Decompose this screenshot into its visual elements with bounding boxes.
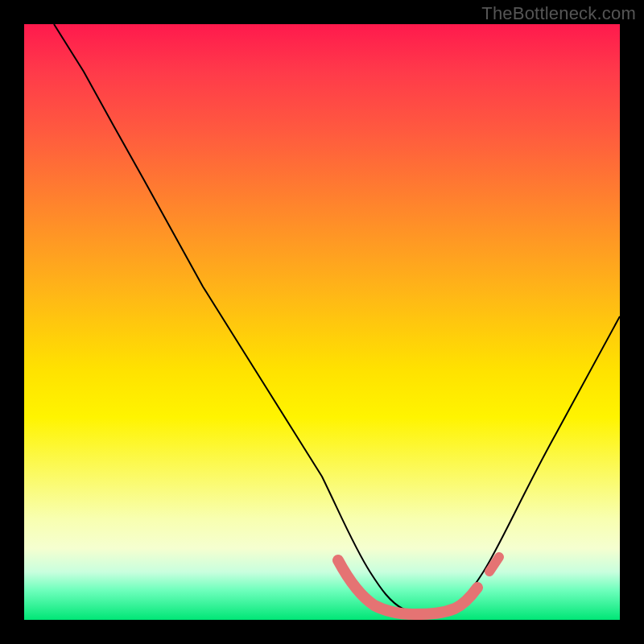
bottleneck-curve <box>54 24 620 614</box>
chart-frame: TheBottleneck.com <box>0 0 644 644</box>
highlight-segment <box>338 560 477 614</box>
watermark-text: TheBottleneck.com <box>481 3 636 24</box>
chart-plot-area <box>24 24 620 620</box>
chart-svg <box>24 24 620 620</box>
